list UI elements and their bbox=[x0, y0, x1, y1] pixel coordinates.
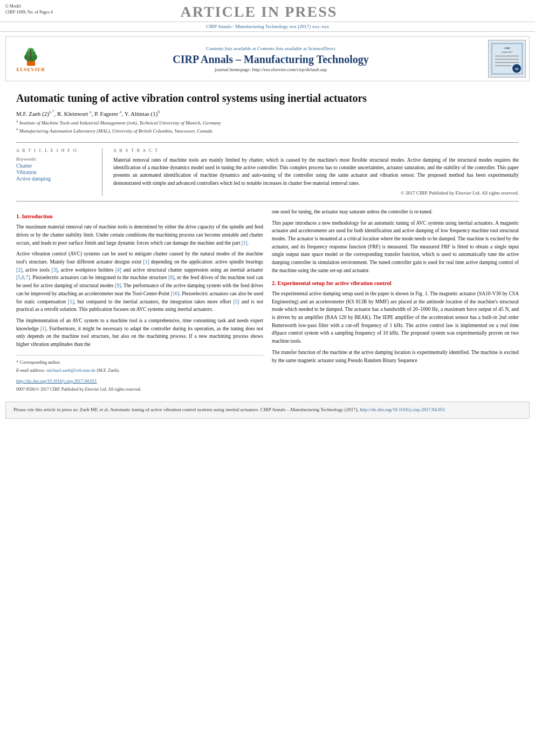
affiliation-b: b Manufacturing Automation Laboratory (M… bbox=[16, 127, 519, 135]
email-address[interactable]: michael.zaeh@iwb.tum.de bbox=[46, 367, 95, 373]
affiliation-a: a Institute of Machine Tools and Industr… bbox=[16, 119, 519, 127]
rights-notice: 0007-8506/© 2017 CIRP. Published by Else… bbox=[16, 386, 263, 393]
paper-title: Automatic tuning of active vibration con… bbox=[16, 91, 519, 105]
ref-3[interactable]: [2] bbox=[16, 267, 22, 273]
ref-6[interactable]: [5,6,7] bbox=[16, 275, 30, 280]
cirp-annals-link[interactable]: CIRP Annals - Manufacturing Technology x… bbox=[206, 23, 329, 29]
science-direct-link[interactable]: Contents lists available at Contents lis… bbox=[59, 46, 483, 51]
main-columns: 1. Introduction The maximum material rem… bbox=[16, 208, 519, 393]
citation-footer: Please cite this article in press as: Za… bbox=[5, 401, 530, 419]
doi-link[interactable]: http://dx.doi.org/10.1016/j.cirp.2017.04… bbox=[16, 378, 97, 384]
cirp-ref-label: CIRP-1609; No. of Pages 4 bbox=[5, 9, 53, 15]
keyword-vibration: Vibration bbox=[16, 169, 95, 175]
footnote-section: * Corresponding author. E-mail address: … bbox=[16, 355, 263, 374]
article-info-title: A R T I C L E I N F O bbox=[16, 148, 95, 153]
journal-thumbnail: CIRP Annals 2017 M bbox=[488, 40, 526, 78]
abstract-section: A B S T R A C T Material removal rates o… bbox=[113, 148, 519, 196]
left-column: 1. Introduction The maximum material rem… bbox=[16, 208, 263, 393]
right-intro-para-2: This paper introduces a new methodology … bbox=[272, 219, 519, 275]
experimental-para-2: The transfer function of the machine at … bbox=[272, 349, 519, 364]
journal-center: Contents lists available at Contents lis… bbox=[59, 46, 483, 72]
ref-4[interactable]: [3] bbox=[52, 267, 58, 273]
svg-rect-12 bbox=[495, 65, 511, 66]
right-intro-para-1: one used for tuning, the actuator may sa… bbox=[272, 208, 519, 216]
article-info-abstract: A R T I C L E I N F O Keywords: Chatter … bbox=[16, 142, 519, 202]
citation-doi-link[interactable]: http://dx.doi.org/10.1016/j.cirp.2017.04… bbox=[360, 407, 445, 412]
keyword-chatter: Chatter bbox=[16, 163, 95, 169]
experimental-para-1: The experimental active damping setup us… bbox=[272, 290, 519, 345]
journal-header: ELSEVIER Contents lists available at Con… bbox=[5, 36, 530, 81]
paper-body: Automatic tuning of active vibration con… bbox=[0, 91, 535, 393]
ref-9[interactable]: [10] bbox=[171, 291, 180, 296]
ref-8[interactable]: [9] bbox=[115, 283, 121, 288]
journal-title: CIRP Annals – Manufacturing Technology bbox=[59, 53, 483, 66]
elsevier-logo: ELSEVIER bbox=[9, 45, 52, 72]
right-column: one used for tuning, the actuator may sa… bbox=[272, 208, 519, 393]
ref-2[interactable]: [1] bbox=[143, 259, 149, 265]
intro-para-2: Active vibration control (AVC) systems c… bbox=[16, 250, 263, 314]
svg-rect-11 bbox=[495, 62, 519, 63]
g-model-info: G Model CIRP-1609; No. of Pages 4 bbox=[5, 3, 53, 15]
intro-para-3: The implementation of an AVC system to a… bbox=[16, 317, 263, 349]
citation-text: Please cite this article in press as: Za… bbox=[13, 407, 360, 412]
experimental-heading: 2. Experimental setup for active vibrati… bbox=[272, 279, 519, 288]
ref-7[interactable]: [8] bbox=[168, 275, 174, 280]
svg-rect-9 bbox=[495, 56, 519, 57]
abstract-text: Material removal rates of machine tools … bbox=[113, 156, 519, 187]
ref-1[interactable]: [1] bbox=[242, 240, 248, 246]
svg-text:Annals 2017: Annals 2017 bbox=[502, 51, 512, 53]
svg-text:M: M bbox=[515, 67, 519, 71]
abstract-title: A B S T R A C T bbox=[113, 148, 519, 153]
ref-12[interactable]: [1] bbox=[40, 326, 46, 331]
g-model-label: G Model bbox=[5, 3, 53, 9]
svg-rect-10 bbox=[495, 59, 519, 60]
copyright-line: © 2017 CIRP. Published by Elsevier Ltd. … bbox=[113, 190, 519, 196]
keyword-active-damping: Active damping bbox=[16, 176, 95, 182]
article-in-press-banner: ARTICLE IN PRESS bbox=[53, 3, 465, 20]
journal-cover-image: CIRP Annals 2017 M bbox=[491, 43, 523, 75]
ref-10[interactable]: [1] bbox=[68, 299, 74, 304]
affiliation-b-text: Manufacturing Automation Laboratory (MAL… bbox=[19, 128, 212, 134]
svg-text:CIRP: CIRP bbox=[504, 47, 510, 50]
elsevier-tree-icon bbox=[16, 45, 46, 67]
ref-5[interactable]: [4] bbox=[115, 267, 121, 273]
keywords-label: Keywords: bbox=[16, 156, 95, 162]
affiliation-a-text: Institute of Machine Tools and Industria… bbox=[19, 120, 221, 126]
corresponding-label: * Corresponding author. bbox=[16, 359, 263, 366]
article-info-section: A R T I C L E I N F O Keywords: Chatter … bbox=[16, 148, 102, 196]
ref-11[interactable]: [5] bbox=[234, 299, 239, 304]
top-header: G Model CIRP-1609; No. of Pages 4 ARTICL… bbox=[0, 0, 535, 22]
intro-para-1: The maximum material removal rate of mac… bbox=[16, 223, 263, 247]
elsevier-wordmark: ELSEVIER bbox=[16, 67, 45, 72]
email-line: E-mail address: michael.zaeh@iwb.tum.de … bbox=[16, 367, 263, 374]
journal-homepage: journal homepage: http://ees.elsevier.co… bbox=[59, 67, 483, 72]
introduction-heading: 1. Introduction bbox=[16, 212, 263, 221]
authors-line: M.F. Zaeh (2)a,*, R. Kleinwort a, P. Fag… bbox=[16, 109, 519, 117]
